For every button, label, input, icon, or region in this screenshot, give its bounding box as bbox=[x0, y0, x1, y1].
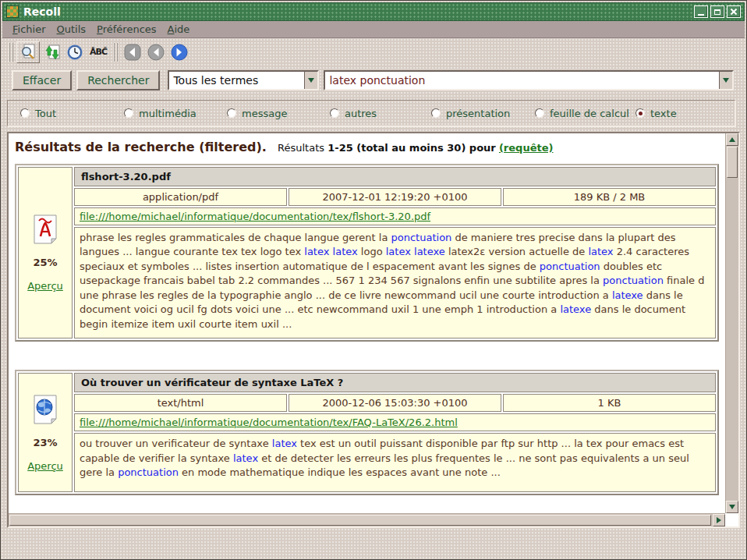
document-magnifier-icon bbox=[19, 43, 37, 62]
result-side-panel: 23% Aperçu bbox=[18, 373, 73, 492]
close-icon bbox=[730, 8, 738, 16]
history-button[interactable] bbox=[63, 41, 87, 63]
toolbar-handle[interactable] bbox=[9, 43, 13, 62]
filter-autres[interactable]: autres bbox=[330, 101, 377, 126]
filter-presentation[interactable]: présentation bbox=[431, 101, 510, 126]
toolbar: ÅBĈ bbox=[2, 39, 745, 65]
pdf-file-icon bbox=[31, 214, 59, 245]
results-title: Résultats de la recherche (filtered). bbox=[15, 140, 267, 154]
results-frame: Résultats de la recherche (filtered). Ré… bbox=[7, 132, 740, 528]
filter-feuille-de-calcul[interactable]: feuille de calcul bbox=[535, 101, 629, 126]
preview-document-button[interactable] bbox=[16, 41, 40, 63]
result-url-link[interactable]: file:///home/michael/informatique/docume… bbox=[80, 211, 430, 222]
result-title: flshort-3.20.pdf bbox=[74, 167, 716, 186]
results-list: Résultats de la recherche (filtered). Ré… bbox=[9, 133, 725, 513]
vertical-scrollbar-thumb[interactable] bbox=[727, 147, 738, 178]
menu-aide[interactable]: Aide bbox=[162, 22, 196, 37]
query-dropdown-button[interactable] bbox=[719, 72, 732, 89]
term-explorer-button[interactable]: ÅBĈ bbox=[87, 41, 110, 63]
preview-link[interactable]: Aperçu bbox=[27, 280, 63, 292]
mode-dropdown-button[interactable] bbox=[304, 72, 317, 89]
result-snippet: phrase les regles grammaticales de chaqu… bbox=[74, 227, 716, 338]
next-page-button[interactable] bbox=[168, 41, 191, 63]
menu-outils[interactable]: Outils bbox=[51, 22, 92, 37]
clear-button[interactable]: Effacer bbox=[12, 70, 72, 90]
filter-multimedia[interactable]: multimédia bbox=[124, 101, 196, 126]
radio-icon bbox=[330, 108, 339, 118]
radio-icon bbox=[431, 108, 441, 118]
filter-tout[interactable]: Tout bbox=[20, 101, 56, 126]
result-side-panel: 25% Aperçu bbox=[18, 167, 73, 338]
menu-fichier[interactable]: Fichier bbox=[7, 22, 51, 37]
toolbar-handle[interactable] bbox=[113, 43, 118, 62]
result-meta-row: application/pdf 2007-12-01 12:19:20 +010… bbox=[74, 188, 716, 206]
search-mode-value: Tous les termes bbox=[169, 74, 304, 87]
result-mime: text/html bbox=[74, 394, 287, 412]
maximize-button[interactable] bbox=[710, 5, 724, 18]
arrow-down-icon bbox=[729, 505, 735, 509]
search-mode-select[interactable]: Tous les termes bbox=[168, 70, 319, 90]
radio-icon bbox=[20, 108, 30, 118]
results-count: 1-25 (total au moins 30) pour bbox=[327, 142, 496, 154]
scroll-down-button[interactable] bbox=[726, 501, 738, 513]
result-size: 189 KB / 2 MB bbox=[503, 188, 716, 206]
scroll-up-button[interactable] bbox=[726, 133, 738, 146]
chevron-down-icon bbox=[723, 78, 729, 83]
radio-icon bbox=[124, 108, 133, 118]
arrow-left-circle-icon bbox=[147, 43, 165, 62]
chevron-down-icon bbox=[308, 78, 314, 83]
arrow-right-circle-icon bbox=[170, 43, 189, 62]
menu-preferences[interactable]: Préférences bbox=[91, 22, 161, 37]
search-query-input[interactable] bbox=[325, 74, 719, 87]
filter-label: présentation bbox=[446, 108, 510, 119]
menubar: Fichier Outils Préférences Aide bbox=[2, 21, 745, 38]
filter-message[interactable]: message bbox=[227, 101, 287, 126]
scroll-right-button[interactable] bbox=[713, 514, 725, 526]
close-button[interactable] bbox=[727, 5, 741, 18]
arrow-up-icon bbox=[729, 137, 735, 142]
result-url-row: file:///home/michael/informatique/docume… bbox=[74, 207, 716, 225]
preview-link[interactable]: Aperçu bbox=[27, 460, 63, 472]
arrow-right-icon bbox=[717, 517, 721, 523]
horizontal-scrollbar-thumb[interactable] bbox=[9, 515, 711, 526]
radio-icon bbox=[635, 108, 645, 118]
maximize-icon bbox=[714, 9, 720, 15]
horizontal-scrollbar[interactable] bbox=[9, 513, 725, 526]
radio-icon bbox=[227, 108, 236, 118]
arrow-left-disabled-icon bbox=[123, 43, 142, 62]
result-meta-row: text/html 2000-12-06 15:03:30 +0100 1 KB bbox=[74, 394, 716, 412]
abc-icon: ÅBĈ bbox=[90, 47, 107, 57]
search-query-combo[interactable] bbox=[324, 70, 734, 90]
filter-texte[interactable]: texte bbox=[635, 101, 677, 126]
relevance-percent: 23% bbox=[33, 437, 57, 448]
first-page-button[interactable] bbox=[121, 41, 144, 63]
previous-page-button[interactable] bbox=[144, 41, 168, 63]
result-snippet: ou trouver un verificateur de syntaxe la… bbox=[74, 433, 716, 492]
relevance-percent: 25% bbox=[33, 257, 57, 268]
search-row: Effacer Rechercher Tous les termes bbox=[2, 68, 745, 93]
radio-icon bbox=[535, 108, 544, 118]
recoll-window: Recoll Fichier Outils Préférences Aide bbox=[0, 0, 747, 560]
result-card: 23% Aperçu Où trouver un vérificateur de… bbox=[15, 370, 719, 495]
filter-label: Tout bbox=[35, 108, 56, 119]
minimize-icon bbox=[698, 14, 704, 16]
result-card: 25% Aperçu flshort-3.20.pdf application/… bbox=[15, 164, 719, 342]
minimize-button[interactable] bbox=[694, 5, 708, 18]
html-file-icon bbox=[31, 394, 59, 425]
titlebar[interactable]: Recoll bbox=[2, 2, 745, 21]
document-arrows-icon bbox=[42, 43, 61, 62]
result-url-link[interactable]: file:///home/michael/informatique/docume… bbox=[80, 416, 458, 428]
clock-icon bbox=[65, 43, 84, 62]
category-filter-panel: Tout multimédia message autres présentat… bbox=[7, 100, 735, 126]
vertical-scrollbar[interactable] bbox=[725, 133, 738, 513]
query-details-link[interactable]: (requête) bbox=[499, 142, 554, 154]
filter-label: autres bbox=[345, 108, 377, 119]
result-mime: application/pdf bbox=[74, 188, 287, 206]
results-count-prefix: Résultats bbox=[278, 142, 324, 154]
result-date: 2007-12-01 12:19:20 +0100 bbox=[289, 188, 501, 206]
result-url-row: file:///home/michael/informatique/docume… bbox=[74, 413, 716, 431]
filter-label: feuille de calcul bbox=[550, 108, 629, 119]
search-button[interactable]: Rechercher bbox=[76, 70, 160, 90]
window-title: Recoll bbox=[23, 5, 61, 18]
update-index-button[interactable] bbox=[40, 41, 63, 63]
